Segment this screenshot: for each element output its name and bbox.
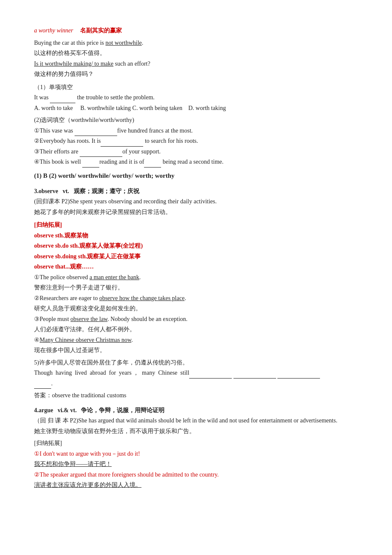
observe-pattern-4: observe that...观察…… — [34, 262, 358, 272]
observe-ex2: ②Researchers are eager to observe how th… — [34, 293, 358, 304]
sentence-1-cn: 以这样的价格买车不值得。 — [34, 48, 358, 59]
observe-ex1: ①The police observed a man enter the ban… — [34, 272, 358, 283]
observe-ex3-cn: 人们必须遵守法律。任何人都不例外。 — [34, 324, 358, 335]
sentence-2-cn: 做这样的努力值得吗？ — [34, 69, 358, 80]
argue-ex1-cn: 我不想和你争辩——请干吧！ — [34, 459, 358, 470]
page-content: a worthy winner 名副其实的赢家 Buying the car a… — [34, 26, 358, 491]
argue-header: 4.argue vi.& vt. 争论，争辩，说服，用辩论证明 — [34, 405, 358, 416]
observe-ex4: ④Many Chinese observe Christmas now. — [34, 335, 358, 346]
exercise-answer: (1) B (2) worth/ worthwhile/ worthy/ wor… — [34, 170, 358, 181]
observe-context-cn: 她花了多年的时间来观察并记录黑猩猩的日常活动。 — [34, 207, 358, 218]
exercise-1-options: A. worth to take B. worthwhile taking C.… — [34, 103, 358, 114]
observe-ex4-cn: 现在很多中国人过圣诞节。 — [34, 345, 358, 356]
observe-context: (回归课本 P2)She spent years observing and r… — [34, 197, 358, 207]
argue-guina: [归纳拓展] — [34, 438, 358, 449]
argue-ex2: ②The speaker argued that more foreigners… — [34, 470, 358, 480]
observe-ex2-cn: 研究人员急于观察这变化是如何发生的。 — [34, 304, 358, 314]
translate-answer: 答案：observe the traditional customs — [34, 390, 358, 401]
observe-pattern-3: observe sb.doing sth.观察某人正在做某事 — [34, 251, 358, 262]
exercise-1-q: It was the trouble to settle the problem… — [34, 92, 358, 103]
observe-ex1-cn: 警察注意到一个男子走进了银行。 — [34, 283, 358, 293]
observe-header: 3.observe vt. 观察；观测；遵守；庆祝 — [34, 186, 358, 197]
observe-ex3: ③People must observe the law. Nobody sho… — [34, 314, 358, 325]
observe-pattern-2: observe sb.do sth.观察某人做某事(全过程) — [34, 241, 358, 251]
translate-en: Though having lived abroad for years ， m… — [34, 368, 358, 379]
translate-q: 5)许多中国人尽管在国外居住了多年，仍遵从传统的习俗。 — [34, 358, 358, 368]
observe-pattern-1: observe sth.观察某物 — [34, 231, 358, 241]
phrase-header: a worthy winner 名副其实的赢家 — [34, 26, 358, 36]
phrase-cn: 名副其实的赢家 — [80, 26, 122, 36]
phrase-en: a worthy winner — [34, 26, 73, 36]
exercise-2-q3: ③Their efforts are of your support. — [34, 147, 358, 157]
argue-ex1: ①I don't want to argue with you－just do … — [34, 449, 358, 460]
sentence-2: Is it worthwhile making/ to make such an… — [34, 59, 358, 69]
exercise-2-q2: ②Everybody has roots. It is to search fo… — [34, 136, 358, 147]
exercise-2-title: (2)选词填空（worthwhile/worth/worthy) — [34, 115, 358, 126]
sentence-1: Buying the car at this price is not wort… — [34, 38, 358, 49]
argue-ex2-cn: 演讲者主张应该允许更多的外国人入境。 — [34, 480, 358, 491]
exercise-1-title: （1）单项填空 — [34, 82, 358, 93]
argue-context: （回 归 课 本 P2)She has argued that wild ani… — [34, 416, 358, 426]
translate-blank-line: . — [34, 379, 358, 389]
exercise-2-q4: ④This book is well reading and it is of … — [34, 157, 358, 168]
argue-context-cn: 她主张野生动物应该留在野外生活，而不该用于娱乐和广告。 — [34, 426, 358, 437]
guina-title: [归纳拓展] — [34, 220, 358, 231]
exercise-2-q1: ①This vase was five hundred francs at th… — [34, 126, 358, 136]
